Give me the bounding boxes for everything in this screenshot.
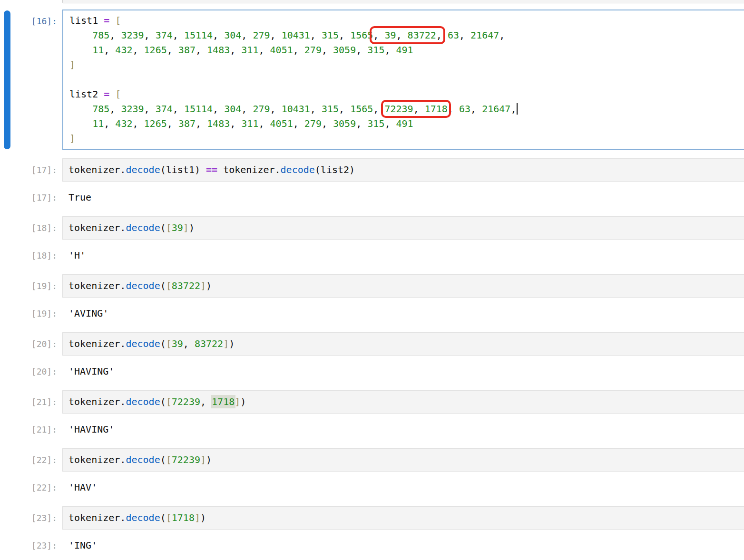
code-line: ] <box>69 58 744 72</box>
code-content: tokenizer.decode([83722]) <box>63 275 744 293</box>
code-content: tokenizer.decode([72239]) <box>63 449 744 467</box>
output-text: True <box>69 190 91 205</box>
code-cell-input[interactable]: tokenizer.decode([83722]) <box>62 274 744 298</box>
output-text: 'AVING' <box>69 306 108 321</box>
code-content: list1 = [ 785, 3239, 374, 15114, 304, 27… <box>63 10 744 146</box>
text-cursor <box>517 103 518 115</box>
code-line: 785, 3239, 374, 15114, 304, 279, 10431, … <box>69 28 744 43</box>
active-code-editor[interactable]: list1 = [ 785, 3239, 374, 15114, 304, 27… <box>62 10 744 150</box>
red-annotation-box: 72239, 1718 <box>384 103 447 115</box>
input-prompt: [20]: <box>0 337 57 351</box>
code-line: 11, 432, 1265, 387, 1483, 311, 4051, 279… <box>69 43 744 58</box>
code-line: list2 = [ <box>69 87 744 102</box>
output-text: 'H' <box>69 248 86 263</box>
code-line: 785, 3239, 374, 15114, 304, 279, 10431, … <box>69 102 744 116</box>
code-content: tokenizer.decode([1718]) <box>63 507 744 525</box>
output-prompt: [17]: <box>0 190 57 205</box>
output-prompt: [23]: <box>0 538 57 553</box>
output-prompt: [22]: <box>0 480 57 495</box>
output-prompt: [18]: <box>0 248 57 263</box>
code-cell-input[interactable]: tokenizer.decode([39, 83722]) <box>62 332 744 356</box>
code-line: list1 = [ <box>69 13 744 28</box>
code-cell-input[interactable]: tokenizer.decode([1718]) <box>62 506 744 530</box>
code-content: tokenizer.decode([39]) <box>63 217 744 235</box>
output-text: 'HAVING' <box>69 422 114 437</box>
code-line <box>69 72 744 87</box>
code-cell-input[interactable]: tokenizer.decode([72239]) <box>62 448 744 472</box>
code-line: ] <box>69 131 744 146</box>
input-prompt: [22]: <box>0 453 57 467</box>
code-cell-input[interactable]: tokenizer.decode([39]) <box>62 216 744 240</box>
input-prompt: [21]: <box>0 395 57 409</box>
code-content: tokenizer.decode([39, 83722]) <box>63 333 744 351</box>
output-text: 'HAV' <box>69 480 97 495</box>
input-prompt: [16]: <box>0 14 57 29</box>
input-prompt: [19]: <box>0 279 57 293</box>
code-content: tokenizer.decode([72239, 1718]) <box>63 391 744 409</box>
output-text: 'ING' <box>69 538 97 553</box>
code-content: tokenizer.decode(list1) == tokenizer.dec… <box>63 159 744 177</box>
code-line: 11, 432, 1265, 387, 1483, 311, 4051, 279… <box>69 116 744 131</box>
match-highlight: 1718 <box>212 396 235 407</box>
output-text: 'HAVING' <box>69 364 114 379</box>
code-cell-input[interactable]: tokenizer.decode(list1) == tokenizer.dec… <box>62 158 744 182</box>
red-annotation-box: , 39, 83722, <box>373 29 442 41</box>
code-cell-input[interactable]: tokenizer.decode([72239, 1718]) <box>62 390 744 414</box>
input-prompt: [23]: <box>0 511 57 525</box>
input-prompt: [18]: <box>0 221 57 235</box>
input-prompt: [17]: <box>0 163 57 177</box>
output-prompt: [19]: <box>0 306 57 321</box>
output-prompt: [21]: <box>0 422 57 437</box>
output-prompt: [20]: <box>0 364 57 379</box>
previous-cell-input-edge <box>62 0 744 3</box>
active-cell-collapser[interactable] <box>4 10 10 149</box>
